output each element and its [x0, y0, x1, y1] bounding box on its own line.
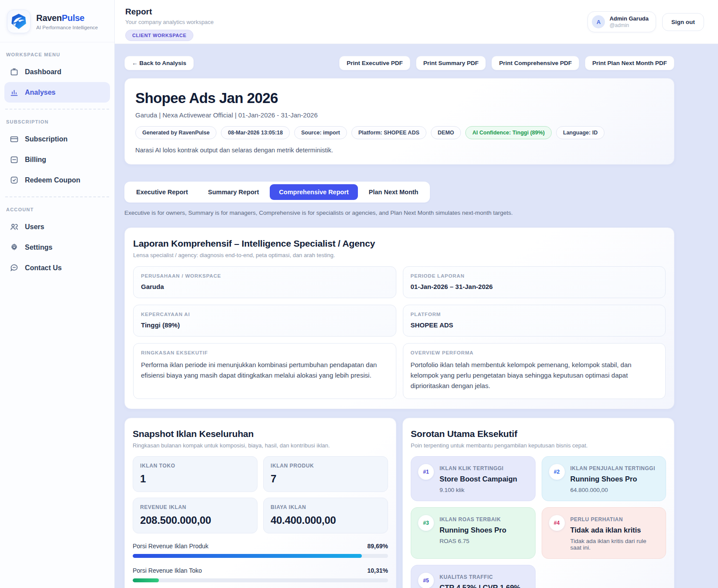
progress-track	[133, 578, 388, 582]
stat-biaya-iklan: BIAYA IKLAN 40.400.000,00	[263, 498, 388, 533]
rank-badge: #3	[418, 515, 434, 531]
report-note: Narasi AI lolos kontrak output dan selar…	[135, 147, 663, 154]
rank-badge: #5	[418, 573, 434, 588]
snapshot-title: Snapshot Iklan Keseluruhan	[133, 429, 388, 439]
snapshot-subtitle: Ringkasan bulanan kompak untuk komposisi…	[133, 442, 388, 449]
workspace-badge: CLIENT WORKSPACE	[125, 30, 193, 41]
sidebar-section-workspace: WORKSPACE MENU Dashboard Analyses	[0, 42, 114, 103]
tab-comprehensive-report[interactable]: Comprehensive Report	[270, 184, 358, 200]
section-label: ACCOUNT	[4, 203, 110, 217]
highlights-grid: #1 IKLAN KLIK TERTINGGI Store Boost Camp…	[411, 456, 666, 588]
bar-chart-icon	[10, 88, 19, 97]
rank-badge: #1	[418, 464, 434, 480]
progress-porsi-revenue-produk: Porsi Revenue Iklan Produk 89,69%	[133, 543, 388, 558]
snapshot-card: Snapshot Iklan Keseluruhan Ringkasan bul…	[124, 418, 396, 588]
sidebar-item-contact-us[interactable]: Contact Us	[4, 258, 110, 278]
checkbox-icon	[10, 175, 19, 185]
highlight-best-roas: #3 IKLAN ROAS TERBAIK Running Shoes Pro …	[411, 507, 536, 559]
tabs-caption: Executive is for owners, Summary is for …	[124, 210, 674, 216]
sidebar-item-redeem-coupon[interactable]: Redeem Coupon	[4, 170, 110, 190]
stat-revenue-iklan: REVENUE IKLAN 208.500.000,00	[133, 498, 258, 533]
highlight-top-sales: #2 IKLAN PENJUALAN TERTINGGI Running Sho…	[542, 456, 666, 501]
highlights-subtitle: Poin terpenting untuk membantu pengambil…	[411, 442, 666, 449]
report-tabs-wrap: Executive Report Summary Report Comprehe…	[124, 182, 674, 216]
field-platform: PLATFORM SHOPEE ADS	[403, 305, 666, 337]
language-badge: Language: ID	[556, 126, 605, 139]
brand: RavenPulse AI Performance Intelligence	[0, 0, 114, 42]
rank-badge: #4	[549, 515, 565, 531]
page-title: Report	[125, 7, 214, 17]
sidebar-item-subscription[interactable]: Subscription	[4, 129, 110, 149]
tab-plan-next-month[interactable]: Plan Next Month	[360, 184, 428, 200]
page-subtitle: Your company analytics workspace	[125, 19, 214, 25]
sign-out-button[interactable]: Sign out	[662, 13, 704, 31]
highlight-top-clicks: #1 IKLAN KLIK TERTINGGI Store Boost Camp…	[411, 456, 536, 501]
demo-badge: DEMO	[431, 126, 461, 139]
back-to-analysis-button[interactable]: ← Back to Analysis	[124, 56, 194, 70]
print-summary-pdf-button[interactable]: Print Summary PDF	[416, 56, 486, 70]
sidebar-item-billing[interactable]: Billing	[4, 149, 110, 170]
stat-iklan-toko: IKLAN TOKO 1	[133, 456, 258, 492]
sidebar-item-users[interactable]: Users	[4, 217, 110, 237]
print-plan-next-month-pdf-button[interactable]: Print Plan Next Month PDF	[585, 56, 674, 70]
comprehensive-subtitle: Lensa specialist / agency: diagnosis end…	[133, 252, 666, 258]
progress-fill	[133, 554, 362, 558]
snapshot-stats: IKLAN TOKO 1 IKLAN PRODUK 7 REVENUE IKLA…	[133, 456, 388, 533]
brand-tagline: AI Performance Intelligence	[36, 25, 98, 30]
report-header-card: Shopee Ads Jan 2026 Garuda | Nexa Active…	[124, 78, 674, 165]
comprehensive-title: Laporan Komprehensif – Intelligence Spec…	[133, 238, 666, 249]
sidebar-section-account: ACCOUNT Users Settings Contact Us	[0, 197, 114, 279]
field-periode: PERIODE LAPORAN 01-Jan-2026 – 31-Jan-202…	[403, 266, 666, 298]
sidebar-section-subscription: SUBSCRIPTION Subscription Billing Redeem…	[0, 110, 114, 191]
platform-badge: Platform: SHOPEE ADS	[351, 126, 426, 139]
gear-icon	[10, 243, 19, 252]
chat-bubble-icon	[10, 263, 19, 272]
field-overview-performa: OVERVIEW PERFORMA Portofolio iklan telah…	[403, 343, 666, 399]
section-label: WORKSPACE MENU	[4, 48, 110, 62]
timestamp-badge: 08-Mar-2026 13:05:18	[221, 126, 290, 139]
sidebar-item-dashboard[interactable]: Dashboard	[4, 62, 110, 82]
sidebar-item-analyses[interactable]: Analyses	[4, 82, 110, 103]
brand-text: RavenPulse AI Performance Intelligence	[36, 13, 98, 30]
section-label: SUBSCRIPTION	[4, 116, 110, 129]
sidebar-item-settings[interactable]: Settings	[4, 237, 110, 258]
progress-track	[133, 554, 388, 558]
print-buttons: Print Executive PDF Print Summary PDF Pr…	[339, 56, 674, 70]
billing-icon	[10, 155, 19, 164]
avatar: A	[592, 15, 605, 28]
bottom-cards: Snapshot Iklan Keseluruhan Ringkasan bul…	[124, 418, 674, 588]
users-icon	[10, 222, 19, 231]
dashboard-icon	[10, 67, 19, 76]
progress-fill	[133, 578, 159, 582]
field-perusahaan: PERUSAHAAN / WORKSPACE Garuda	[133, 266, 396, 298]
report-toolbar: ← Back to Analysis Print Executive PDF P…	[124, 56, 674, 70]
main-content: ← Back to Analysis Print Executive PDF P…	[115, 44, 718, 588]
ravenpulse-logo-icon	[7, 10, 31, 33]
user-name: Admin Garuda	[609, 15, 649, 22]
source-badge: Source: import	[294, 126, 347, 139]
report-title: Shopee Ads Jan 2026	[135, 90, 663, 107]
report-badges: Generated by RavenPulse 08-Mar-2026 13:0…	[135, 126, 663, 139]
generated-by-badge: Generated by RavenPulse	[135, 126, 216, 139]
field-kepercayaan-ai: KEPERCAYAAN AI Tinggi (89%)	[133, 305, 396, 337]
ai-confidence-badge: AI Confidence: Tinggi (89%)	[465, 126, 552, 139]
print-executive-pdf-button[interactable]: Print Executive PDF	[339, 56, 410, 70]
comprehensive-report-card: Laporan Komprehensif – Intelligence Spec…	[124, 227, 674, 409]
tab-summary-report[interactable]: Summary Report	[199, 184, 268, 200]
highlight-needs-attention: #4 PERLU PERHATIAN Tidak ada iklan kriti…	[542, 507, 666, 559]
field-ringkasan-eksekutif: RINGKASAN EKSEKUTIF Performa iklan perio…	[133, 343, 396, 399]
user-handle: @admin	[609, 22, 649, 28]
highlight-traffic-quality: #5 KUALITAS TRAFFIC CTR 4,53% | CVR 1,69…	[411, 565, 536, 588]
sidebar: RavenPulse AI Performance Intelligence W…	[0, 0, 115, 588]
highlights-title: Sorotan Utama Eksekutif	[411, 429, 666, 439]
tab-executive-report[interactable]: Executive Report	[127, 184, 197, 200]
report-subtitle: Garuda | Nexa Activewear Official | 01-J…	[135, 111, 663, 119]
credit-card-icon	[10, 134, 19, 144]
highlights-card: Sorotan Utama Eksekutif Poin terpenting …	[402, 418, 674, 588]
stat-iklan-produk: IKLAN PRODUK 7	[263, 456, 388, 492]
progress-porsi-revenue-toko: Porsi Revenue Iklan Toko 10,31%	[133, 567, 388, 582]
header-right: A Admin Garuda @admin Sign out	[587, 11, 704, 32]
rank-badge: #2	[549, 464, 565, 480]
user-menu[interactable]: A Admin Garuda @admin	[587, 11, 656, 32]
print-comprehensive-pdf-button[interactable]: Print Comprehensive PDF	[491, 56, 579, 70]
